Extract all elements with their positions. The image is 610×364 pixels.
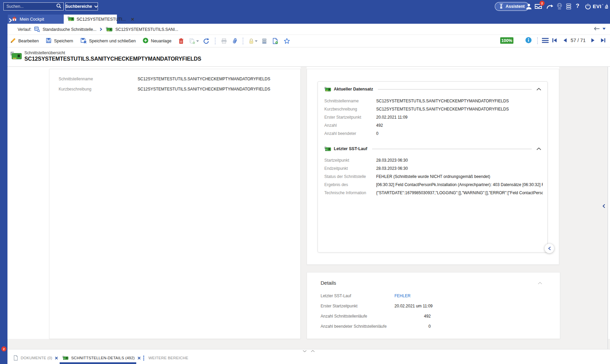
power-icon[interactable] [585, 3, 591, 9]
record-side-panel: Aktueller Datensatz Schnittstellenname S… [307, 69, 559, 265]
field-value: 20.02.2021 11:09 [376, 115, 543, 120]
detail-label: Letzter SST-Lauf [321, 294, 351, 298]
global-search[interactable] [3, 2, 64, 11]
lock-dropdown-icon[interactable] [255, 40, 258, 42]
network-card-icon [106, 27, 113, 32]
bottom-gutter [7, 339, 610, 349]
delete-button[interactable] [179, 38, 184, 44]
field-label: Endzeitpunkt [324, 166, 348, 171]
tab-record-active[interactable]: SC12SYSTEMTESTUTI... [64, 15, 117, 24]
collapse-side-panel-button[interactable] [545, 244, 554, 253]
last-page-icon[interactable] [601, 38, 606, 43]
new-record-button[interactable]: Neuanlage [143, 38, 171, 44]
edit-button[interactable]: Bearbeiten [10, 38, 39, 44]
tab-mein-cockpit[interactable]: Mein Cockpit [8, 15, 64, 24]
history-back-icon[interactable] [593, 26, 600, 31]
breadcrumb-item-search[interactable]: Standardsuche Schnittstelle... [43, 27, 97, 32]
toolbar-divider [243, 38, 243, 44]
detail-value: 20.02.2021 um 11:09 [394, 304, 431, 308]
tab-label: SCHNITTSTELLEN-DETAILS (492) [71, 356, 135, 360]
history-dropdown-icon[interactable] [603, 28, 606, 30]
close-icon[interactable] [138, 357, 141, 360]
save-button[interactable]: Speichern [46, 38, 73, 44]
splitter-expand-icon[interactable] [311, 350, 315, 352]
menu-icon[interactable] [542, 38, 549, 43]
redo-icon[interactable] [546, 4, 553, 9]
network-card-icon [62, 356, 68, 360]
info-icon[interactable] [525, 37, 532, 43]
field-value: {"STARTDATE":1679985030937,"LOGGING":[],… [376, 190, 543, 195]
globe-icon[interactable] [556, 3, 563, 10]
collapse-chevron-icon[interactable] [536, 147, 541, 150]
splitter-collapse-icon[interactable] [303, 350, 307, 352]
close-icon[interactable] [55, 357, 58, 360]
breadcrumb-item-record[interactable]: SC12SYSTEMTESTUTILS.SANI... [115, 27, 178, 32]
print-button[interactable] [221, 38, 227, 44]
database-icon[interactable] [566, 3, 571, 9]
save-close-button[interactable]: Speichern und schließen [80, 38, 136, 44]
save-close-label: Speichern und schließen [89, 39, 136, 43]
pencil-icon [10, 38, 16, 44]
table-search-icon [34, 26, 40, 32]
copy-dropdown-icon[interactable] [196, 40, 199, 42]
page-subtitle: Schnittstellenübersicht [24, 50, 65, 55]
field-label: Schnittstellenname [324, 99, 359, 103]
detail-label: Anzahl beendeter Schnittstellenläufe [321, 324, 387, 329]
section-title: Letzter SST-Lauf [334, 146, 367, 151]
assistant-button[interactable]: Assistent [495, 2, 529, 11]
section-rule [378, 89, 532, 89]
home-icon [12, 16, 17, 22]
plus-circle-icon [143, 38, 148, 44]
help-icon[interactable]: ? [576, 3, 579, 9]
field-label: Schnittstellenname [59, 77, 93, 81]
field-value: 28.03.2023 06:30 [376, 166, 543, 171]
left-dock-strip [0, 13, 7, 364]
next-page-icon[interactable] [591, 38, 595, 43]
right-dock-expand-icon[interactable] [602, 204, 606, 208]
favorite-button[interactable] [284, 38, 290, 44]
right-gutter [559, 67, 608, 349]
archive-button[interactable] [262, 38, 267, 44]
lock-button[interactable] [249, 38, 258, 44]
details-panel: Details Letzter SST-Lauf FEHLER Erster S… [307, 272, 560, 339]
bottom-tab-weitere-bereiche[interactable]: WEITERE BEREICHE [143, 353, 188, 362]
user-icon[interactable] [526, 3, 532, 9]
notification-badge[interactable]: 2 [540, 1, 545, 6]
field-value: SC12SYSTEMTESTUTILS.SANITYCHECKEMPTYMAND… [376, 99, 543, 103]
zoom-badge[interactable]: 100% [500, 37, 513, 44]
collapse-chevron-icon[interactable] [536, 88, 541, 90]
field-label: Anzahl [324, 123, 337, 128]
field-value[interactable]: SC12SYSTEMTESTUTILS.SANITYCHECKEMPTYMAND… [138, 77, 270, 81]
prev-page-icon[interactable] [563, 38, 567, 43]
search-scope-dropdown[interactable]: Suchbereiche [65, 2, 98, 11]
detail-value: 492 [394, 314, 431, 319]
brand-text: EVI [593, 3, 602, 9]
field-label: Anzahl beendeter [324, 131, 356, 136]
attachment-button[interactable] [232, 38, 237, 44]
section-letzter-sst-lauf-header: Letzter SST-Lauf [324, 146, 541, 152]
search-input[interactable] [6, 4, 56, 9]
refresh-button[interactable] [203, 38, 209, 44]
detail-value-link[interactable]: FEHLER [394, 294, 431, 298]
field-value[interactable]: SC12SYSTEMTESTUTILS.SANITYCHECKEMPTYMAND… [138, 87, 270, 92]
search-icon[interactable] [56, 3, 61, 10]
field-value: SC12SYSTEMTESTUTILS.SANITYCHECKEMPTYMAND… [376, 107, 543, 112]
expand-strip-chevron-icon[interactable] [8, 18, 12, 23]
right-dock-border [608, 67, 608, 349]
copy-button[interactable] [189, 38, 199, 44]
network-card-icon [67, 16, 74, 22]
breadcrumb: Verlauf: Standardsuche Schnittstelle... … [18, 24, 178, 35]
close-icon[interactable] [131, 18, 134, 21]
save-label: Speichern [54, 39, 73, 43]
chevron-down-icon [94, 4, 98, 9]
bottom-notification-badge[interactable]: 2 [1, 346, 6, 351]
field-label: Kurzbeschreibung [324, 107, 357, 112]
section-rule [372, 149, 532, 149]
assistant-label: Assistent [506, 4, 525, 9]
document-add-button[interactable] [272, 38, 278, 44]
collapse-chevron-icon[interactable] [538, 282, 542, 284]
detail-label: Anzahl Schnittstellenläufe [321, 314, 367, 319]
first-page-icon[interactable] [552, 38, 557, 43]
bottom-tab-schnittstellen-details[interactable]: SCHNITTSTELLEN-DETAILS (492) [62, 353, 141, 362]
bottom-tab-dokumente[interactable]: DOKUMENTE (0) [14, 353, 58, 362]
